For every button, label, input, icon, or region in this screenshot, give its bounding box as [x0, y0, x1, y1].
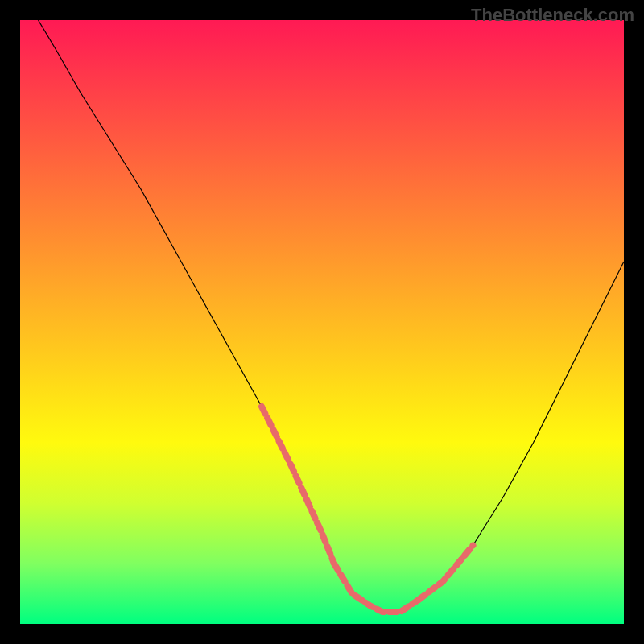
- chart-background: [20, 20, 624, 624]
- watermark: TheBottleneck.com: [471, 5, 634, 26]
